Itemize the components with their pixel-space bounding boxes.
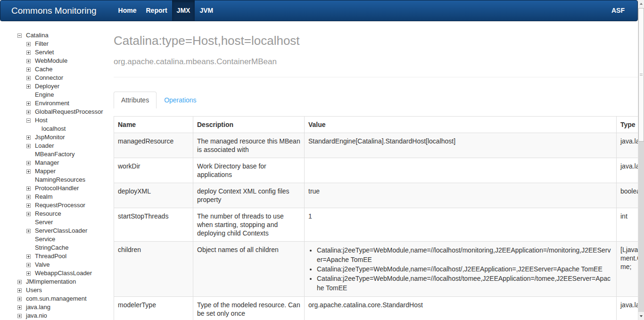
cell-description: The number of threads to use when starti… (193, 208, 305, 242)
tab-bar: AttributesOperations (114, 92, 638, 109)
tree-item-threadpool[interactable]: ThreadPool (0, 252, 113, 261)
tree-item-label: Cache (35, 65, 53, 74)
tree-item-label: Users (26, 286, 42, 295)
tree-item-valve[interactable]: Valve (0, 261, 113, 269)
scrollbar-up-button[interactable] (638, 0, 644, 8)
cell-value: Catalina:j2eeType=WebModule,name=//local… (305, 242, 617, 297)
expand-toggle-icon[interactable] (17, 305, 22, 310)
tab-attributes[interactable]: Attributes (114, 92, 157, 109)
expand-toggle-icon[interactable] (26, 254, 31, 259)
expand-toggle-icon[interactable] (17, 297, 22, 301)
tree-item-stringcache[interactable]: StringCache (0, 244, 113, 252)
arrow-down-icon (640, 315, 643, 317)
tree-item-label: Valve (35, 261, 50, 269)
expand-toggle-icon[interactable] (26, 135, 31, 140)
navbar-item-asf[interactable]: ASF (611, 0, 625, 21)
tree-item-webappclassloader[interactable]: WebappClassLoader (0, 269, 113, 278)
tree-item-serverclassloader[interactable]: ServerClassLoader (0, 227, 113, 235)
tree-item-loader[interactable]: Loader (0, 142, 113, 150)
tree-item-label: ThreadPool (35, 252, 66, 261)
tree-item-label: Environment (35, 99, 69, 108)
expand-toggle-icon[interactable] (26, 144, 31, 148)
expand-toggle-icon[interactable] (26, 59, 31, 63)
tree-item-environment[interactable]: Environment (0, 99, 113, 108)
expand-toggle-icon[interactable] (26, 263, 31, 267)
tree-item-label: Service (35, 235, 55, 244)
tree-indent-spacer (26, 237, 31, 242)
tree-item-localhost[interactable]: localhost (0, 125, 113, 133)
expand-toggle-icon[interactable] (17, 280, 22, 284)
table-row: modelerTypeType of the modeled resource.… (114, 297, 638, 320)
tree-item-mbeanfactory[interactable]: MBeanFactory (0, 150, 113, 159)
expand-toggle-icon[interactable] (17, 288, 22, 293)
tree-item-com.sun.management[interactable]: com.sun.management (0, 295, 113, 303)
tree-item-users[interactable]: Users (0, 286, 113, 295)
tree-item-deployer[interactable]: Deployer (0, 82, 113, 91)
navbar-menu: HomeReportJMXJVM (114, 0, 218, 21)
tree-item-protocolhandler[interactable]: ProtocolHandler (0, 184, 113, 193)
tree-item-realm[interactable]: Realm (0, 193, 113, 201)
tree-item-server[interactable]: Server (0, 218, 113, 227)
tree-item-java.nio[interactable]: java.nio (0, 312, 113, 320)
tree-item-java.lang[interactable]: java.lang (0, 303, 113, 312)
expand-toggle-icon[interactable] (26, 169, 31, 174)
expand-toggle-icon[interactable] (26, 161, 31, 165)
tree-indent-spacer (26, 220, 31, 225)
expand-toggle-icon[interactable] (26, 229, 31, 233)
expand-toggle-icon[interactable] (26, 84, 31, 89)
tree-item-connector[interactable]: Connector (0, 74, 113, 82)
tab-operations[interactable]: Operations (157, 92, 204, 109)
tree-item-globalrequestprocessor[interactable]: GlobalRequestProcessor (0, 108, 113, 116)
tree-item-namingresources[interactable]: NamingResources (0, 176, 113, 184)
navbar-item-jvm[interactable]: JVM (195, 0, 218, 21)
cell-type: java.lang.Object (617, 133, 638, 158)
cell-name: children (114, 242, 193, 297)
tree-item-engine[interactable]: Engine (0, 91, 113, 99)
tree-item-requestprocessor[interactable]: RequestProcessor (0, 201, 113, 210)
cell-type: boolean (617, 183, 638, 208)
tree-item-filter[interactable]: Filter (0, 40, 113, 48)
expand-toggle-icon[interactable] (17, 314, 22, 318)
expand-toggle-icon[interactable] (26, 271, 31, 276)
scrollbar-down-button[interactable] (638, 312, 644, 320)
tree-item-cache[interactable]: Cache (0, 65, 113, 74)
expand-toggle-icon[interactable] (26, 67, 31, 72)
tree-item-host[interactable]: Host (0, 116, 113, 125)
cell-name: deployXML (114, 183, 193, 208)
tree-item-servlet[interactable]: Servlet (0, 48, 113, 57)
arrow-up-icon (640, 3, 643, 5)
expand-toggle-icon[interactable] (26, 195, 31, 199)
expand-toggle-icon[interactable] (26, 42, 31, 46)
cell-name: modelerType (114, 297, 193, 320)
tree-item-jspmonitor[interactable]: JspMonitor (0, 133, 113, 142)
table-row: managedResourceThe managed resource this… (114, 133, 638, 158)
expand-toggle-icon[interactable] (26, 186, 31, 191)
tree-item-service[interactable]: Service (0, 235, 113, 244)
tree-item-webmodule[interactable]: WebModule (0, 57, 113, 65)
collapse-toggle-icon[interactable] (26, 118, 31, 123)
expand-toggle-icon[interactable] (26, 76, 31, 80)
tree-item-label: Host (35, 116, 48, 125)
expand-toggle-icon[interactable] (26, 51, 31, 55)
tree-item-manager[interactable]: Manager (0, 159, 113, 167)
tree-item-label: ProtocolHandler (35, 184, 79, 193)
expand-toggle-icon[interactable] (26, 110, 31, 114)
tree-item-label: Catalina (26, 31, 49, 40)
expand-toggle-icon[interactable] (26, 212, 31, 216)
navbar-item-report[interactable]: Report (141, 0, 172, 21)
collapse-toggle-icon[interactable] (17, 34, 22, 38)
navbar-item-jmx[interactable]: JMX (172, 0, 195, 21)
navbar-item-home[interactable]: Home (114, 0, 141, 21)
scrollbar-track[interactable] (638, 142, 644, 312)
tree-item-resource[interactable]: Resource (0, 210, 113, 218)
expand-toggle-icon[interactable] (26, 101, 31, 106)
column-header-name: Name (114, 117, 193, 133)
scrollbar-thumb[interactable] (638, 8, 644, 142)
tree-item-catalina[interactable]: Catalina (0, 31, 113, 40)
value-list-item: Catalina:j2eeType=WebModule,name=//local… (317, 274, 612, 293)
tree-item-jmimplementation[interactable]: JMImplementation (0, 278, 113, 286)
tree-item-label: JspMonitor (35, 133, 65, 142)
expand-toggle-icon[interactable] (26, 203, 31, 208)
tree-item-mapper[interactable]: Mapper (0, 167, 113, 176)
cell-type: int (617, 208, 638, 242)
